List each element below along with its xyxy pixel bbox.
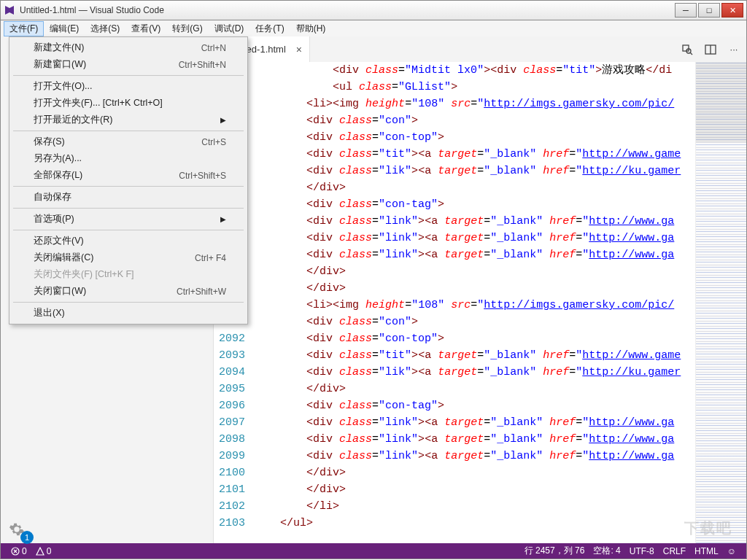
menu-item[interactable]: 退出(X): [12, 305, 245, 322]
menu-6[interactable]: 任务(T): [249, 21, 290, 36]
menu-item[interactable]: 关闭窗口(W)Ctrl+Shift+W: [12, 283, 245, 300]
code-content[interactable]: <div class="Midtit lx0"><div class="tit"…: [254, 62, 695, 543]
more-icon[interactable]: ···: [727, 43, 740, 56]
file-menu-dropdown: 新建文件(N)Ctrl+N新建窗口(W)Ctrl+Shift+N打开文件(O).…: [9, 36, 248, 324]
window-titlebar: Untitled-1.html — Visual Studio Code ─ □…: [0, 0, 747, 20]
menu-4[interactable]: 转到(G): [166, 21, 208, 36]
status-bar: 0 0 行 2457，列 76 空格: 4 UTF-8 CRLF HTML ☺: [0, 543, 747, 559]
app-icon: [4, 4, 15, 16]
menu-item[interactable]: 首选项(P)▶: [12, 211, 245, 228]
svg-line-2: [690, 52, 692, 55]
status-language[interactable]: HTML: [690, 545, 723, 557]
menu-bar: 文件(F)编辑(E)选择(S)查看(V)转到(G)调试(D)任务(T)帮助(H): [0, 20, 747, 36]
status-warnings[interactable]: 0: [31, 546, 56, 556]
menu-item[interactable]: 保存(S)Ctrl+S: [12, 133, 245, 150]
status-cursor-position[interactable]: 行 2457，列 76: [520, 545, 589, 557]
menu-item[interactable]: 打开文件(O)...: [12, 78, 245, 95]
menu-item[interactable]: 全部保存(L)Ctrl+Shift+S: [12, 167, 245, 184]
minimize-button[interactable]: ─: [675, 3, 697, 18]
menu-item[interactable]: 打开最近的文件(R)▶: [12, 112, 245, 128]
status-indentation[interactable]: 空格: 4: [589, 545, 624, 557]
status-encoding[interactable]: UTF-8: [625, 545, 659, 557]
minimap-viewport[interactable]: [696, 62, 746, 142]
menu-item[interactable]: 新建文件(N)Ctrl+N: [12, 39, 245, 56]
menu-item[interactable]: 另存为(A)...: [12, 150, 245, 167]
editor-tabs: Untitled-1.html × ···: [214, 36, 746, 62]
close-button[interactable]: ✕: [721, 3, 743, 18]
status-feedback-icon[interactable]: ☺: [723, 545, 740, 557]
menu-7[interactable]: 帮助(H): [290, 21, 332, 36]
menu-item[interactable]: 自动保存: [12, 189, 245, 206]
status-errors[interactable]: 0: [7, 546, 31, 556]
menu-5[interactable]: 调试(D): [209, 21, 250, 36]
menu-3[interactable]: 查看(V): [125, 21, 166, 36]
menu-1[interactable]: 编辑(E): [44, 21, 85, 36]
window-title: Untitled-1.html — Visual Studio Code: [20, 5, 673, 15]
menu-item[interactable]: 关闭编辑器(C)Ctrl+ F4: [12, 249, 245, 266]
menu-item[interactable]: 新建窗口(W)Ctrl+Shift+N: [12, 56, 245, 73]
find-icon[interactable]: [681, 43, 694, 56]
menu-item[interactable]: 还原文件(V): [12, 233, 245, 249]
status-eol[interactable]: CRLF: [659, 545, 690, 557]
maximize-button[interactable]: □: [698, 3, 720, 18]
menu-item: 关闭文件夹(F) [Ctrl+K F]: [12, 266, 245, 283]
menu-item[interactable]: 打开文件夹(F)... [Ctrl+K Ctrl+O]: [12, 95, 245, 112]
tab-close-icon[interactable]: ×: [296, 44, 302, 55]
menu-2[interactable]: 选择(S): [85, 21, 125, 36]
menu-0[interactable]: 文件(F): [4, 21, 44, 36]
minimap[interactable]: [695, 62, 746, 543]
notification-badge[interactable]: 1: [20, 531, 34, 544]
split-editor-icon[interactable]: [704, 43, 717, 56]
svg-rect-0: [683, 45, 689, 51]
